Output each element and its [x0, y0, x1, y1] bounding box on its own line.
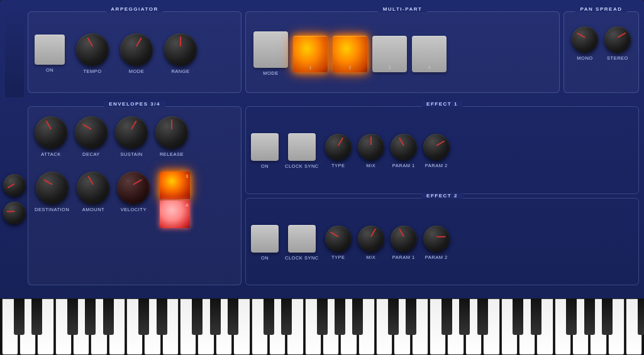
- env-decay-label: DECAY: [82, 151, 100, 157]
- white-key[interactable]: [2, 298, 18, 355]
- fx1-on-button[interactable]: [251, 133, 279, 161]
- white-key[interactable]: [412, 298, 428, 355]
- fx1-clock-button[interactable]: [288, 133, 316, 161]
- arp-tempo-wrapper: TEMPO: [76, 33, 109, 74]
- mp-mode-wrapper: MODE: [253, 31, 288, 76]
- effect1-title: EFFECT 1: [421, 101, 463, 107]
- env-4-button[interactable]: 4: [160, 200, 190, 228]
- white-key[interactable]: [555, 298, 571, 355]
- mp-part3-button[interactable]: 3: [372, 36, 407, 72]
- fx2-param2-knob[interactable]: [423, 226, 450, 252]
- white-key[interactable]: [626, 298, 642, 355]
- left-knob-top[interactable]: [3, 174, 26, 197]
- white-key[interactable]: [233, 298, 250, 355]
- white-key[interactable]: [447, 298, 464, 355]
- white-key[interactable]: [73, 298, 89, 355]
- white-key[interactable]: [252, 298, 268, 355]
- pan-mono-label: MONO: [577, 55, 592, 61]
- middle-section: ENVELOPES 3/4 ATTACK DECAY SUSTAIN REL: [0, 97, 644, 298]
- pan-stereo-knob[interactable]: [604, 26, 631, 53]
- fx2-type-knob[interactable]: [325, 226, 352, 252]
- arp-range-wrapper: RANGE: [164, 33, 197, 74]
- env-decay-knob[interactable]: [75, 116, 108, 149]
- fx2-param2-label: PARAM 2: [425, 254, 448, 260]
- white-key[interactable]: [430, 298, 446, 355]
- left-knob-bot[interactable]: [3, 202, 26, 224]
- env-sustain-knob[interactable]: [115, 116, 148, 149]
- env-sustain-label: SUSTAIN: [120, 151, 142, 157]
- fx2-mix-knob[interactable]: [358, 226, 384, 252]
- mp-part2-num: 2: [349, 65, 352, 70]
- env-3-button[interactable]: 3: [160, 172, 190, 199]
- white-key[interactable]: [287, 298, 303, 355]
- white-key[interactable]: [536, 298, 553, 355]
- white-key[interactable]: [501, 298, 518, 355]
- arp-on-button[interactable]: [35, 35, 65, 65]
- env-amount-knob[interactable]: [77, 172, 109, 204]
- env-attack-knob[interactable]: [35, 116, 67, 149]
- arp-mode-label: MODE: [129, 68, 145, 74]
- fx2-param2-wrapper: PARAM 2: [423, 226, 450, 260]
- fx1-param2-knob[interactable]: [423, 134, 450, 160]
- arp-mode-knob[interactable]: [120, 33, 153, 66]
- mp-part1-button[interactable]: 1: [293, 36, 328, 72]
- white-key[interactable]: [572, 298, 589, 355]
- white-key[interactable]: [197, 298, 214, 355]
- white-key[interactable]: [376, 298, 392, 355]
- arp-tempo-knob[interactable]: [76, 33, 109, 66]
- white-key[interactable]: [109, 298, 125, 355]
- white-key[interactable]: [126, 298, 143, 355]
- fx1-clock-wrapper: CLOCK SYNC: [285, 133, 319, 169]
- fx2-param1-knob[interactable]: [391, 226, 417, 252]
- mp-part2-wrapper: 2: [333, 36, 367, 72]
- fx1-mix-knob[interactable]: [358, 134, 384, 160]
- fx1-param1-knob[interactable]: [391, 134, 417, 160]
- fx1-param1-label: PARAM 1: [392, 163, 415, 168]
- mp-part3-wrapper: 3: [372, 36, 407, 72]
- white-key[interactable]: [465, 298, 482, 355]
- white-key[interactable]: [358, 298, 375, 355]
- effect2-title: EFFECT 2: [421, 193, 463, 199]
- env-amount-wrapper: AMOUNT: [77, 172, 109, 212]
- white-key[interactable]: [519, 298, 535, 355]
- env-velocity-knob[interactable]: [117, 172, 150, 204]
- white-key[interactable]: [590, 298, 606, 355]
- arp-range-knob[interactable]: [164, 33, 197, 66]
- keyboard: (function() { var container = document.c…: [0, 298, 644, 355]
- white-key[interactable]: [91, 298, 107, 355]
- top-section: ARPEGGIATOR ON TEMPO MODE RANGE: [0, 0, 644, 97]
- fx1-clock-label: CLOCK SYNC: [285, 163, 319, 169]
- white-key[interactable]: [19, 298, 36, 355]
- white-key[interactable]: [323, 298, 339, 355]
- env-dest-knob[interactable]: [36, 172, 69, 204]
- white-key[interactable]: [394, 298, 410, 355]
- arp-range-label: RANGE: [171, 68, 189, 74]
- white-key[interactable]: [144, 298, 160, 355]
- white-key[interactable]: [180, 298, 196, 355]
- white-key[interactable]: [340, 298, 357, 355]
- envelopes-panel: ENVELOPES 3/4 ATTACK DECAY SUSTAIN REL: [28, 106, 242, 285]
- white-key[interactable]: [55, 298, 72, 355]
- arp-on-label: ON: [46, 67, 53, 73]
- fx1-type-knob[interactable]: [325, 134, 352, 160]
- mp-mode-button[interactable]: [253, 31, 288, 68]
- fx2-on-button[interactable]: [251, 225, 279, 253]
- env-34-button-wrapper: 3 4: [160, 172, 190, 228]
- env-amount-label: AMOUNT: [82, 207, 105, 212]
- mp-part3-num: 3: [389, 65, 391, 70]
- left-strip-mid: [5, 100, 24, 298]
- white-key[interactable]: [269, 298, 286, 355]
- env-row1: ATTACK DECAY SUSTAIN RELEASE: [35, 116, 235, 157]
- white-key[interactable]: [216, 298, 232, 355]
- fx1-type-label: TYPE: [331, 163, 345, 168]
- mp-part4-button[interactable]: 4: [412, 36, 447, 72]
- env-release-knob[interactable]: [155, 116, 188, 149]
- white-key[interactable]: [162, 298, 179, 355]
- white-key[interactable]: [483, 298, 499, 355]
- mp-part2-button[interactable]: 2: [333, 36, 367, 72]
- fx2-clock-button[interactable]: [288, 225, 316, 253]
- white-key[interactable]: [305, 298, 321, 355]
- white-key[interactable]: [37, 298, 53, 355]
- white-key[interactable]: [608, 298, 625, 355]
- pan-mono-knob[interactable]: [572, 26, 598, 53]
